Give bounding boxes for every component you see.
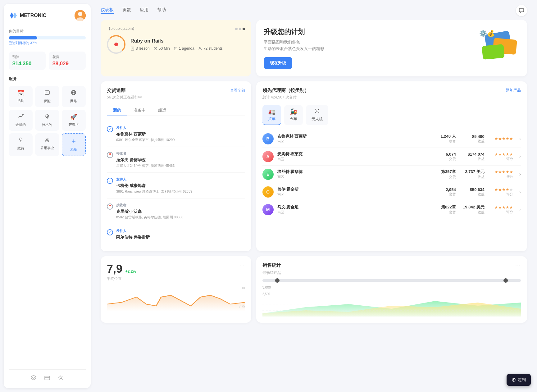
dealer-trans-lbl-4: 交货 (437, 192, 456, 197)
tab-preparing[interactable]: 准备中 (127, 105, 152, 116)
tracking-tabs: 新的 准备中 船运 (107, 105, 245, 116)
goal-percent: 已达到目标的 37% (9, 41, 86, 45)
service-item-network[interactable]: 网络 (62, 86, 86, 107)
service-item-add[interactable]: + 添新 (62, 133, 86, 156)
dealer-arrow-3[interactable]: › (519, 171, 521, 177)
dealer-tab-train-label: 火车 (290, 116, 297, 121)
nurse-label: 护理卡 (69, 122, 79, 127)
service-item-finance[interactable]: 金融的 (9, 110, 33, 131)
topnav-links: 仪表板 页数 应用 帮助 (101, 7, 166, 14)
nav-apps[interactable]: 应用 (140, 7, 148, 14)
bottom-row: 7,9 +2.2% ··· 平均位置 10 7.75 (101, 256, 527, 323)
dealer-tab-drone[interactable]: 无人机 (306, 105, 328, 125)
dealer-stat-3: 第357章 交货 (437, 169, 456, 179)
budget-value: $14,350 (12, 61, 42, 67)
dealer-arrow-4[interactable]: › (519, 189, 521, 195)
sales-card: 销售统计 ··· 最畅销产品 3,000 (256, 256, 527, 323)
customize-icon (512, 378, 516, 382)
rating-lbl-2: 评分 (488, 157, 513, 161)
upgrade-button[interactable]: 现在升级 (264, 57, 292, 69)
topnav-right (516, 5, 527, 16)
tracking-content-2: 接收者 拉尔夫·爱德华兹 星家大道2464号 梅萨, 新泽西州 45463 (116, 151, 175, 168)
dealer-trans-2: 6,074 (437, 152, 456, 157)
receiver-name-1: 拉尔夫·爱德华兹 (116, 157, 175, 163)
dealer-arrow-2[interactable]: › (519, 154, 521, 159)
dealer-tab-truck-label: 货车 (268, 116, 275, 121)
sender-dot-2: ✓ (107, 178, 113, 184)
tracking-content-3: 发件人 卡梅伦·威廉姆森 3891 Ranchview 理查森博士, 加利福尼亚… (116, 177, 192, 194)
service-item-public[interactable]: ❋ 公用事业 (35, 133, 59, 156)
svg-rect-19 (519, 8, 524, 12)
dealer-header: 领先代理商（按类别） 添加产品 (262, 88, 521, 93)
stars-3: ★★★★★ (488, 170, 513, 174)
user-avatar[interactable] (75, 10, 86, 21)
sales-more-button[interactable]: ··· (515, 262, 521, 269)
agenda-icon (174, 47, 178, 51)
budget-row: 预算 $14,350 花费 $8,029 (9, 52, 86, 70)
dealer-arrow-1[interactable]: › (519, 136, 521, 142)
dot1 (235, 28, 238, 30)
topnav: 仪表板 页数 应用 帮助 (94, 0, 533, 20)
dealer-stat-4: 2,954 交货 (437, 187, 456, 197)
tab-new[interactable]: 新的 (107, 105, 127, 116)
course-main: Ruby on Rails 3 lesson 50 Min (107, 35, 245, 54)
dealer-row-1: B 布鲁克林·西蒙斯 南区 1,240 人 交货 $5,400 收益 (262, 130, 521, 148)
add-label: 添新 (70, 147, 77, 152)
card-icon[interactable] (44, 375, 50, 382)
network-label: 网络 (70, 99, 77, 103)
service-item-tech[interactable]: 技术的 (35, 110, 59, 131)
service-item-activity[interactable]: 📅 活动 (9, 86, 33, 107)
dealer-stat-2: 6,074 交货 (437, 152, 456, 161)
services-title: 服务 (9, 76, 86, 82)
sender-name-2: 卡梅伦·威廉姆森 (116, 183, 192, 189)
layers-icon[interactable] (30, 375, 37, 382)
course-students: 72 students (198, 46, 223, 51)
service-grid: 📅 活动 保险 网络 金融的 技术的 🚀 (9, 86, 86, 156)
customize-button[interactable]: 定制 (507, 374, 531, 386)
service-item-hospitality[interactable]: 款待 (9, 133, 33, 156)
tracking-header: 交货追踪 查看全部 (107, 88, 245, 93)
rating-lbl-3: 评分 (488, 174, 513, 179)
tracking-title: 交货追踪 (107, 88, 125, 93)
tracking-content-5: 发件人 阿尔伯特·弗洛雷斯 (116, 229, 150, 241)
dealer-tab-truck[interactable]: 🚛 货车 (262, 105, 281, 125)
middle-row: 交货追踪 查看全部 56 次交付正在进行中 新的 准备中 船运 ✓ 发件人 (101, 81, 527, 251)
svg-line-31 (318, 112, 319, 113)
range-handle-right[interactable] (503, 278, 508, 283)
public-label: 公用事业 (40, 146, 54, 150)
service-item-insurance[interactable]: 保险 (35, 86, 59, 107)
insurance-icon (44, 90, 50, 97)
nav-help[interactable]: 帮助 (157, 7, 166, 14)
stat-change: +2.2% (125, 269, 136, 274)
view-all-button[interactable]: 查看全部 (230, 88, 245, 93)
course-progress-circle (107, 35, 125, 54)
dealer-tab-train[interactable]: 🚂 火车 (284, 105, 303, 125)
dealer-avatar-5: M (262, 204, 274, 215)
rating-lbl-4: 评分 (488, 192, 513, 197)
range-handle-left[interactable] (275, 278, 280, 283)
tab-shipping[interactable]: 船运 (152, 105, 172, 116)
dealer-rev-2: $174,074 (460, 152, 485, 157)
stat-more-button[interactable]: ··· (239, 262, 245, 269)
dealer-info-5: 马文·麦金尼 南区 (277, 204, 434, 215)
dealer-subtitle: 总计 424,567 次交付 (262, 95, 521, 100)
nav-dashboard[interactable]: 仪表板 (101, 7, 114, 14)
upgrade-illustration: ⚙️💰 (470, 30, 520, 67)
dealer-name-4: 盖伊·霍金斯 (277, 187, 434, 192)
course-circle-dot (114, 43, 118, 46)
tracking-row-3: ✓ 发件人 卡梅伦·威廉姆森 3891 Ranchview 理查森博士, 加利福… (107, 177, 245, 194)
settings-icon[interactable] (58, 375, 64, 382)
stat-number: 7,9 (107, 262, 122, 275)
dealer-arrow-5[interactable]: › (519, 207, 521, 212)
receiver-name-2: 克里斯汀·沃森 (116, 209, 183, 214)
logo-icon (9, 11, 17, 20)
service-item-nurse[interactable]: 🚀 护理卡 (62, 110, 86, 131)
stat-label: 平均位置 (107, 276, 245, 281)
chat-button[interactable] (516, 5, 527, 16)
nav-pages[interactable]: 页数 (122, 7, 131, 14)
svg-rect-24 (174, 47, 177, 50)
add-product-button[interactable]: 添加产品 (506, 88, 521, 93)
dealer-region-2: 南区 (277, 157, 434, 162)
svg-point-1 (78, 12, 82, 16)
svg-point-26 (199, 47, 201, 48)
